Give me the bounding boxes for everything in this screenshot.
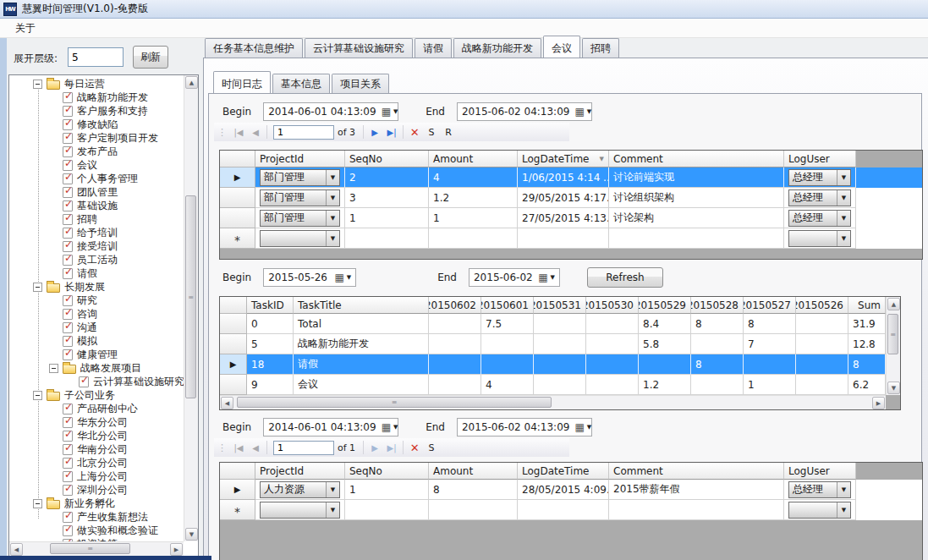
- position-input[interactable]: [273, 125, 334, 140]
- cell[interactable]: 会议: [294, 375, 429, 395]
- scroll-up-icon[interactable]: ▲: [887, 298, 900, 310]
- cell[interactable]: 1: [345, 208, 429, 228]
- cell[interactable]: [744, 354, 796, 375]
- dropdown-arrow-icon[interactable]: ▼: [326, 231, 339, 246]
- column-header[interactable]: 20150529: [639, 297, 691, 314]
- cell-combobox[interactable]: 总经理▼: [788, 481, 851, 498]
- table-row[interactable]: 0Total7.58.48831.9: [220, 314, 886, 334]
- cell-combobox[interactable]: ▼: [788, 230, 851, 247]
- cell[interactable]: 27/05/2015 4:13...: [518, 208, 609, 228]
- dropdown-arrow-icon[interactable]: ▼: [326, 211, 339, 226]
- tab-战略新功能开发[interactable]: 战略新功能开发: [453, 38, 541, 58]
- table-row[interactable]: ▶部门管理▼241/06/2015 4:14 ...讨论前端实现总经理▼: [220, 167, 922, 188]
- grid-horizontal-scrollbar[interactable]: ◀ ≡ ▶: [220, 395, 886, 409]
- save-button[interactable]: S: [423, 442, 440, 453]
- expand-level-input[interactable]: [68, 47, 124, 67]
- scroll-down-icon[interactable]: ▼: [887, 382, 900, 394]
- cell-combobox[interactable]: ▼: [260, 230, 340, 247]
- cell[interactable]: 2015带薪年假: [609, 480, 784, 500]
- calendar-icon[interactable]: ▦: [382, 423, 391, 431]
- collapse-toggle-icon[interactable]: [33, 391, 42, 400]
- scroll-up-icon[interactable]: ▲: [185, 76, 198, 89]
- dropdown-arrow-icon[interactable]: ▼: [326, 502, 339, 518]
- tree-horizontal-scrollbar[interactable]: ◀ ≡ ▶: [9, 541, 184, 556]
- cell[interactable]: [534, 314, 586, 334]
- cell[interactable]: 部门管理▼: [255, 188, 345, 208]
- cell[interactable]: [534, 334, 586, 354]
- dropdown-arrow-icon[interactable]: ▼: [837, 231, 850, 246]
- tree-item[interactable]: 北京分公司: [9, 456, 184, 469]
- cell[interactable]: [534, 375, 586, 395]
- table-row[interactable]: 部门管理▼31.229/05/2015 4:17...讨论组织架构总经理▼: [220, 188, 922, 208]
- dropdown-arrow-icon[interactable]: ▼: [587, 424, 591, 431]
- begin-date-picker[interactable]: 2015-05-26 ▦ ▼: [263, 268, 356, 287]
- cell[interactable]: [429, 334, 481, 354]
- cell[interactable]: [481, 334, 534, 354]
- refresh-nav-button[interactable]: R: [440, 127, 457, 138]
- tree-item[interactable]: 客户服务和支持: [9, 104, 184, 118]
- column-header[interactable]: 20150526: [796, 297, 848, 314]
- move-next-button[interactable]: ▶: [366, 124, 383, 140]
- tree-item[interactable]: 长期发展: [9, 280, 184, 294]
- move-last-button[interactable]: ▶|: [383, 124, 400, 140]
- tree-item[interactable]: 健康管理: [9, 348, 184, 361]
- tree-item[interactable]: 发布产品: [9, 145, 184, 158]
- row-header[interactable]: ▶: [220, 354, 247, 375]
- tree-item[interactable]: 云计算基础设施研究: [9, 375, 184, 388]
- delete-button[interactable]: ✕: [406, 124, 423, 140]
- row-header[interactable]: [220, 188, 255, 208]
- calendar-icon[interactable]: ▦: [574, 423, 584, 431]
- tree-item[interactable]: 接受培训: [9, 239, 184, 253]
- save-button[interactable]: S: [423, 127, 440, 138]
- row-header[interactable]: [220, 334, 247, 354]
- cell[interactable]: 2: [345, 167, 429, 188]
- tree-item[interactable]: 新业务孵化: [9, 497, 184, 510]
- cell[interactable]: [586, 314, 639, 334]
- cell[interactable]: 1/06/2015 4:14 ...: [518, 167, 609, 188]
- column-header[interactable]: LogDateTime▼: [518, 151, 609, 167]
- table-row[interactable]: 9会议41.216.2: [220, 375, 886, 395]
- tree-item[interactable]: 个人事务管理: [9, 172, 184, 185]
- cell[interactable]: [481, 354, 534, 375]
- column-header[interactable]: ProjectId: [255, 463, 345, 480]
- tree-item[interactable]: 招聘: [9, 212, 184, 226]
- begin-datetime-picker[interactable]: 2014-06-01 04:13:09 ▦ ▼: [263, 418, 398, 436]
- table-row[interactable]: ▶人力资源▼1828/05/2015 4:09...2015带薪年假总经理▼: [220, 480, 922, 500]
- tree-item[interactable]: 华南分公司: [9, 442, 184, 456]
- cell-combobox[interactable]: 总经理▼: [788, 189, 851, 206]
- cell-combobox[interactable]: 人力资源▼: [260, 481, 340, 498]
- dropdown-arrow-icon[interactable]: ▼: [837, 502, 850, 518]
- cell[interactable]: ▼: [255, 500, 345, 520]
- column-header[interactable]: Amount: [429, 463, 518, 480]
- dropdown-arrow-icon[interactable]: ▼: [326, 170, 339, 185]
- position-input[interactable]: [273, 441, 334, 455]
- dropdown-arrow-icon[interactable]: ▼: [393, 424, 398, 431]
- cell[interactable]: 0: [247, 314, 294, 334]
- scroll-left-icon[interactable]: ◀: [10, 543, 23, 556]
- end-datetime-picker[interactable]: 2015-06-02 04:13:09 ▦ ▼: [457, 418, 592, 436]
- dropdown-arrow-icon[interactable]: ▼: [551, 274, 555, 281]
- cell[interactable]: 9: [247, 375, 294, 395]
- cell[interactable]: ▼: [784, 500, 856, 520]
- column-header[interactable]: SeqNo: [345, 151, 429, 167]
- tab-任务基本信息维护[interactable]: 任务基本信息维护: [205, 38, 303, 58]
- column-header[interactable]: 20150601: [481, 297, 534, 314]
- row-header[interactable]: [220, 375, 247, 395]
- cell[interactable]: [796, 334, 848, 354]
- column-header[interactable]: 20150602: [429, 297, 481, 314]
- cell[interactable]: [586, 375, 639, 395]
- tab-云计算基础设施研究[interactable]: 云计算基础设施研究: [305, 38, 413, 58]
- tree-item[interactable]: 模拟: [9, 334, 184, 348]
- move-previous-button[interactable]: ◀: [247, 124, 264, 140]
- cell[interactable]: [796, 314, 848, 334]
- cell[interactable]: [345, 500, 429, 520]
- collapse-toggle-icon[interactable]: [33, 80, 42, 89]
- tree-item[interactable]: 给予培训: [9, 226, 184, 239]
- column-header[interactable]: TaskID: [247, 297, 294, 314]
- row-header[interactable]: [220, 314, 247, 334]
- collapse-toggle-icon[interactable]: [33, 283, 42, 292]
- cell[interactable]: 18: [247, 354, 294, 375]
- tab-会议[interactable]: 会议: [543, 36, 580, 58]
- cell[interactable]: 人力资源▼: [255, 480, 345, 500]
- cell[interactable]: [609, 228, 784, 249]
